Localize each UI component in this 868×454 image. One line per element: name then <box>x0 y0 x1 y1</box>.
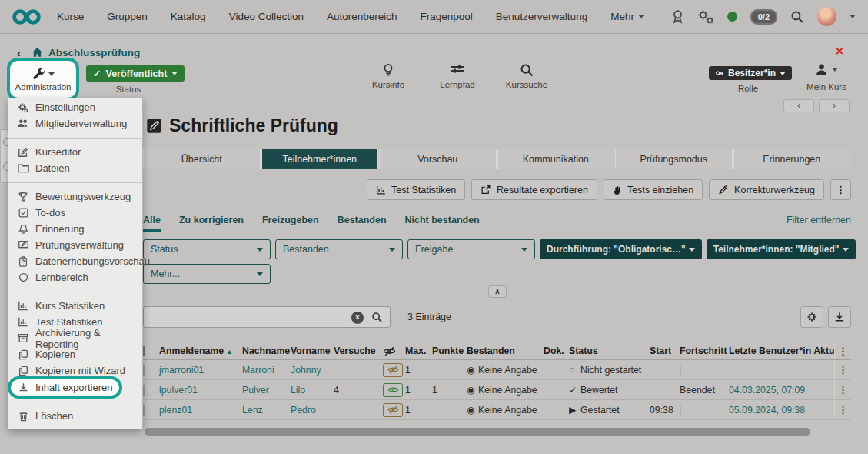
menu-item-datenerhebungsvorschau[interactable]: Datenerhebungsvorschau <box>8 253 142 269</box>
notification-badge[interactable]: 0/2 <box>750 9 777 25</box>
nav-item-benutzerverwaltung[interactable]: Benutzerverwaltung <box>496 11 587 22</box>
tab-vorschau[interactable]: Vorschau <box>379 149 497 169</box>
collapse-filters-button[interactable]: ∧ <box>488 285 507 298</box>
login-link[interactable]: jmarroni01 <box>159 365 242 376</box>
table-download-button[interactable] <box>828 306 851 328</box>
row-checkbox[interactable] <box>143 365 145 376</box>
back-chevron-icon[interactable]: ‹ <box>17 46 21 59</box>
role-button[interactable]: Besitzer*in <box>709 66 792 80</box>
firstname-link[interactable]: Lilo <box>291 385 334 396</box>
my-course-button[interactable]: Mein Kurs <box>800 63 853 92</box>
resultate-exportieren-button[interactable]: Resultate exportieren <box>471 179 597 200</box>
test-statistiken-button[interactable]: Test Statistiken <box>367 179 465 200</box>
col-max[interactable]: Max. <box>405 346 432 356</box>
search-icon[interactable] <box>371 312 383 323</box>
mehr-filter-dropdown[interactable]: Mehr... <box>143 264 271 284</box>
login-link[interactable]: lpulver01 <box>159 385 242 396</box>
teilnehmer-filter-dropdown[interactable]: Teilnehmer*innen: "Mitglied" <box>707 239 856 259</box>
tab-uebersicht[interactable]: Übersicht <box>143 149 261 169</box>
col-start[interactable]: Start <box>650 346 680 356</box>
horizontal-scrollbar[interactable] <box>145 428 810 436</box>
row-actions-button[interactable]: ⋮ <box>834 360 851 379</box>
col-status[interactable]: Status <box>569 346 650 356</box>
menu-item-archivierung-reporting[interactable]: Archivierung & Reporting <box>8 330 142 346</box>
select-all-checkbox[interactable] <box>143 346 145 356</box>
filter-tab-zu-korrigieren[interactable]: Zu korrigieren <box>179 215 244 232</box>
tests-einziehen-button[interactable]: Tests einziehen <box>604 179 703 200</box>
tab-teilnehmerinnen[interactable]: Teilnehmer*innen <box>261 149 379 169</box>
filter-tab-bestanden[interactable]: Bestanden <box>338 215 387 232</box>
freigabe-filter-dropdown[interactable]: Freigabe <box>407 239 535 259</box>
col-visibility[interactable] <box>383 346 405 356</box>
menu-item-pruefungsverwaltung[interactable]: Prüfungsverwaltung <box>8 237 142 253</box>
col-dok[interactable]: Dok. <box>544 346 569 356</box>
clear-search-icon[interactable]: × <box>351 312 364 324</box>
nav-item-video-collection[interactable]: Video Collection <box>229 11 304 22</box>
tab-erinnerungen[interactable]: Erinnerungen <box>733 149 851 169</box>
menu-item-kurseditor[interactable]: Kurseditor <box>8 144 142 160</box>
menu-item-einstellungen[interactable]: Einstellungen <box>8 99 142 115</box>
search-input[interactable]: × <box>143 306 391 328</box>
col-vorname[interactable]: Vorname <box>291 346 334 356</box>
search-icon[interactable] <box>790 10 804 24</box>
tab-kommunikation[interactable]: Kommunikation <box>497 149 615 169</box>
nav-item-katalog[interactable]: Katalog <box>171 11 206 22</box>
openolat-logo-icon[interactable] <box>11 8 43 26</box>
lastname-link[interactable]: Marroni <box>242 365 291 376</box>
breadcrumb-course-title[interactable]: Abschlussprüfung <box>48 47 140 58</box>
remove-filters-link[interactable]: Filter entfernen <box>787 215 851 232</box>
pager-prev-button[interactable]: ‹ <box>783 99 814 112</box>
tab-pruefungsmodus[interactable]: Prüfungsmodus <box>615 149 733 169</box>
lastname-link[interactable]: Pulver <box>242 385 291 396</box>
firstname-link[interactable]: Pedro <box>291 405 334 416</box>
menu-item-kopieren-mit-wizard[interactable]: Kopieren mit Wizard <box>8 362 142 379</box>
login-link[interactable]: plenz01 <box>159 405 242 416</box>
pager-next-button[interactable]: › <box>819 99 850 112</box>
firstname-link[interactable]: Johnny <box>291 365 334 376</box>
nav-item-gruppen[interactable]: Gruppen <box>107 11 148 22</box>
eye-slash-button[interactable] <box>383 363 403 377</box>
presence-status-icon[interactable] <box>727 12 737 22</box>
settings-gears-icon[interactable] <box>697 9 714 25</box>
filter-tab-freizugeben[interactable]: Freizugeben <box>262 215 319 232</box>
col-versuche[interactable]: Versuche <box>334 346 383 356</box>
menu-item-kurs-statistiken[interactable]: Kurs Statistiken <box>8 298 142 314</box>
nav-item-autorenbereich[interactable]: Autorenbereich <box>327 11 397 22</box>
korrekturwerkzeug-button[interactable]: Korrekturwerkzeug <box>709 179 824 200</box>
col-anmeldename[interactable]: Anmeldename▲ <box>159 346 242 356</box>
nav-item-mehr[interactable]: Mehr <box>610 11 644 22</box>
col-punkte[interactable]: Punkte <box>432 346 467 356</box>
menu-item-bewertungswerkzeug[interactable]: Bewertungswerkzeug <box>8 189 142 205</box>
row-actions-button[interactable]: ⋮ <box>834 380 851 399</box>
col-nachname[interactable]: Nachname <box>242 346 291 356</box>
more-actions-button[interactable]: ⋮ <box>830 179 851 200</box>
col-fortschritt[interactable]: Fortschritt <box>680 346 729 356</box>
eye-slash-button[interactable] <box>383 403 403 417</box>
durchfuehrung-filter-dropdown[interactable]: Durchführung: "Obligatorisc…" <box>540 239 702 259</box>
home-icon[interactable] <box>32 47 43 58</box>
nav-item-fragenpool[interactable]: Fragenpool <box>421 11 473 22</box>
user-avatar[interactable] <box>817 7 836 26</box>
close-icon[interactable]: × <box>836 44 843 59</box>
table-settings-button[interactable] <box>800 306 823 328</box>
badges-icon[interactable] <box>671 9 684 24</box>
avatar-chevron-down-icon[interactable] <box>850 15 856 18</box>
menu-item-lernbereich[interactable]: Lernbereich <box>8 269 142 285</box>
menu-item-erinnerung[interactable]: Erinnerung <box>8 221 142 237</box>
kurssuche-button[interactable]: Kurssuche <box>501 63 552 89</box>
col-bestanden[interactable]: Bestanden <box>467 346 544 356</box>
filter-tab-alle[interactable]: Alle <box>143 215 161 232</box>
row-checkbox[interactable] <box>143 385 145 396</box>
kursinfo-button[interactable]: Kursinfo <box>363 63 414 89</box>
eye-button[interactable] <box>383 383 403 397</box>
publish-status-button[interactable]: ✓ Veröffentlicht <box>86 65 185 82</box>
column-settings-button[interactable]: ⋮ <box>834 342 851 359</box>
nav-item-kurse[interactable]: Kurse <box>57 11 84 22</box>
lernpfad-button[interactable]: Lernpfad <box>432 63 483 89</box>
menu-item-inhalt-exportieren[interactable]: Inhalt exportieren <box>11 379 119 396</box>
menu-item-dateien[interactable]: Dateien <box>8 160 142 176</box>
menu-item-loeschen[interactable]: Löschen <box>8 408 142 424</box>
lastname-link[interactable]: Lenz <box>242 405 291 416</box>
status-filter-dropdown[interactable]: Status <box>143 239 271 259</box>
filter-tab-nicht-bestanden[interactable]: Nicht bestanden <box>405 215 480 232</box>
